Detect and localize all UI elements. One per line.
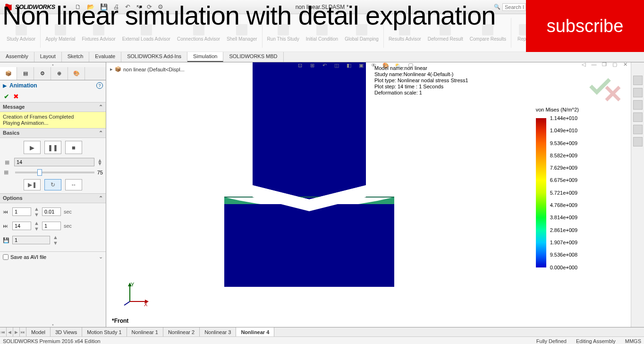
zoom-fit-icon[interactable]: ⊡ <box>295 61 305 69</box>
pause-button[interactable]: ❚❚ <box>44 141 61 154</box>
frame-spinner[interactable]: ▲▼ <box>97 159 103 165</box>
cancel-button[interactable]: ✖ <box>13 93 19 100</box>
tab-sketch[interactable]: Sketch <box>62 52 90 62</box>
feature-tree-tab[interactable]: 📦 <box>0 67 17 80</box>
start-time-input[interactable] <box>42 207 61 216</box>
speed-value: 75 <box>97 170 103 175</box>
flyout-tree[interactable]: ▸ 📦 non linear (Default<Displ... <box>110 66 185 72</box>
svg-rect-1 <box>224 204 394 287</box>
panel-handle-bottom[interactable]: • <box>0 322 106 327</box>
win-restore-icon[interactable]: ❐ <box>601 61 608 68</box>
start-icon: ⏮ <box>3 209 9 215</box>
speed-slider[interactable] <box>15 172 94 173</box>
study-tabs: ⏮ ◀ ▶ ⏭ Model 3D Views Motion Study 1 No… <box>0 327 644 336</box>
tab-mbd[interactable]: SOLIDWORKS MBD <box>223 52 283 62</box>
win-max-icon[interactable]: ▢ <box>611 61 619 68</box>
message-body: Creation of Frames Completed Playing Ani… <box>0 112 106 128</box>
stop-button[interactable]: ■ <box>65 141 82 154</box>
prev-view-icon[interactable]: ↶ <box>320 61 329 69</box>
panel-title: Animation <box>9 82 37 89</box>
win-back-icon[interactable]: ◁ <box>580 61 587 68</box>
view-triad[interactable]: Y X <box>120 283 149 306</box>
tab-nonlinear4[interactable]: Nonlinear 4 <box>236 327 274 336</box>
spinner[interactable]: ▲▼ <box>34 220 39 232</box>
sec-label: sec <box>64 209 72 215</box>
next-tab-icon[interactable]: ▶ <box>13 327 20 336</box>
end-icon: ⏭ <box>3 223 9 229</box>
spinner[interactable]: ▲▼ <box>34 206 39 217</box>
simulation-plot <box>220 62 526 299</box>
config-tab[interactable]: ⚙ <box>34 67 51 80</box>
appearance-tab[interactable]: 🎨 <box>68 67 85 80</box>
view-palette-tab[interactable] <box>633 112 643 122</box>
reciprocate-button[interactable]: ↔ <box>65 179 82 190</box>
options-header[interactable]: Options⌃ <box>0 193 106 203</box>
tab-nonlinear3[interactable]: Nonlinear 3 <box>200 327 236 336</box>
section-icon[interactable]: ◫ <box>332 61 341 69</box>
ok-button[interactable]: ✔ <box>4 93 9 100</box>
tab-addins[interactable]: SOLIDWORKS Add-Ins <box>121 52 187 62</box>
frame-input[interactable] <box>14 158 94 166</box>
status-editing: Editing Assembly <box>576 338 616 344</box>
win-close-icon[interactable]: ✕ <box>621 61 629 68</box>
legend-bar <box>536 118 546 267</box>
tab-layout[interactable]: Layout <box>34 52 62 62</box>
sec-label-2: sec <box>64 223 72 229</box>
tab-motion1[interactable]: Motion Study 1 <box>82 327 127 336</box>
save-avi-label: Save as AVI file <box>10 254 46 260</box>
save-frames-icon: 💾 <box>3 237 9 243</box>
file-explorer-tab[interactable] <box>633 100 643 110</box>
help-icon[interactable]: ? <box>96 82 103 89</box>
panel-handle[interactable]: • <box>0 62 106 67</box>
chevron-up-icon: ⌃ <box>99 104 103 110</box>
play-once-button[interactable]: ▶❚ <box>24 179 41 190</box>
status-bar: SOLIDWORKS Premium 2016 x64 Edition Full… <box>0 336 644 344</box>
breadcrumb-text: non linear (Default<Displ... <box>123 67 185 72</box>
search-box[interactable]: 🔍 <box>494 3 526 11</box>
view-orient-icon[interactable]: ◧ <box>344 61 354 69</box>
tab-assembly[interactable]: Assembly <box>0 52 34 62</box>
dimxpert-tab[interactable]: ⊕ <box>51 67 68 80</box>
tab-simulation[interactable]: Simulation <box>187 52 223 62</box>
display-style-icon[interactable]: ▣ <box>356 61 366 69</box>
design-library-tab[interactable] <box>633 88 643 97</box>
tab-model[interactable]: Model <box>26 327 51 336</box>
property-tab[interactable]: ▤ <box>17 67 34 80</box>
save-avi-row[interactable]: Save as AVI file ⌄ <box>0 251 106 262</box>
tab-nonlinear1[interactable]: Nonlinear 1 <box>127 327 163 336</box>
status-defined: Fully Defined <box>536 338 567 344</box>
zoom-area-icon[interactable]: ⊞ <box>307 61 317 69</box>
save-frames-input[interactable] <box>12 236 50 244</box>
tab-evaluate[interactable]: Evaluate <box>89 52 121 62</box>
save-avi-checkbox[interactable] <box>3 254 8 260</box>
basics-header[interactable]: Basics⌃ <box>0 128 106 138</box>
appearances-tab[interactable] <box>633 125 643 134</box>
sw-resources-tab[interactable] <box>633 76 643 85</box>
end-frame-input[interactable] <box>12 222 31 230</box>
search-input[interactable] <box>502 3 526 11</box>
status-edition: SOLIDWORKS Premium 2016 x64 Edition <box>3 338 101 344</box>
message-header[interactable]: Message⌃ <box>0 102 106 112</box>
first-tab-icon[interactable]: ⏮ <box>0 327 7 336</box>
last-tab-icon[interactable]: ⏭ <box>20 327 26 336</box>
win-min-icon[interactable]: — <box>590 61 598 68</box>
prev-tab-icon[interactable]: ◀ <box>7 327 13 336</box>
color-legend[interactable]: von Mises (N/m^2) 1.144e+0101.049e+0109.… <box>536 107 579 267</box>
custom-props-tab[interactable] <box>633 137 643 146</box>
speed-icon: ▦ <box>4 169 12 175</box>
assembly-icon: 📦 <box>115 66 121 72</box>
status-units[interactable]: MMGS <box>625 338 641 344</box>
start-frame-input[interactable] <box>12 207 31 216</box>
plot-info: Model name:non linear Study name:Nonline… <box>374 65 468 96</box>
loop-button[interactable]: ↻ <box>44 179 61 190</box>
tab-nonlinear2[interactable]: Nonlinear 2 <box>163 327 200 336</box>
end-time-input[interactable] <box>42 222 61 230</box>
tab-3dviews[interactable]: 3D Views <box>51 327 82 336</box>
spinner[interactable]: ▲▼ <box>53 234 58 246</box>
chevron-down-icon: ⌄ <box>99 254 103 260</box>
legend-title: von Mises (N/m^2) <box>536 107 579 112</box>
subscribe-button[interactable]: subscribe <box>526 0 644 52</box>
play-button[interactable]: ▶ <box>24 141 41 154</box>
graphics-area[interactable]: ▸ 📦 non linear (Default<Displ... ⊡ ⊞ ↶ ◫… <box>106 62 631 327</box>
expand-icon[interactable]: ▸ <box>110 66 113 72</box>
